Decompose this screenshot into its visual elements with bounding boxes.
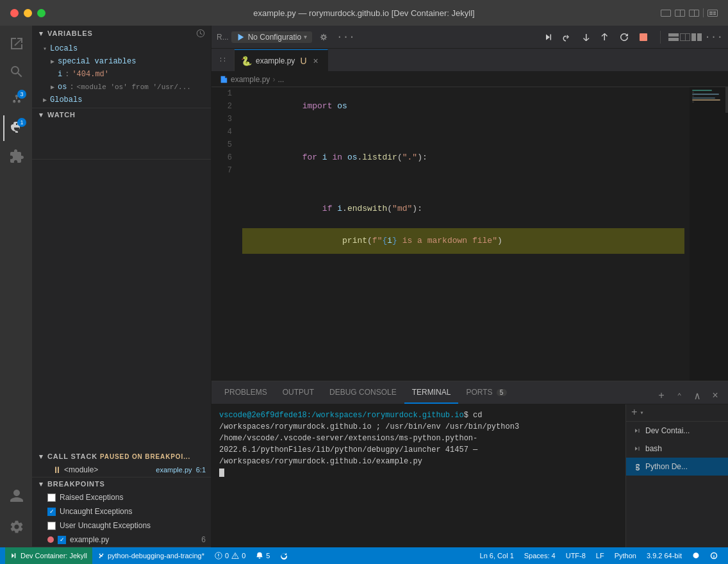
toolbar-more-button[interactable]: ··· bbox=[335, 31, 356, 43]
sidebar-item-git[interactable]: 3 bbox=[3, 87, 29, 113]
status-warnings-label: 0 bbox=[242, 552, 245, 560]
status-dev-container[interactable]: Dev Container: Jekyll bbox=[5, 547, 92, 564]
code-content[interactable]: import os for i in os.listdir("."): if i… bbox=[237, 87, 690, 381]
watch-header[interactable]: ▾ WATCH bbox=[32, 108, 211, 121]
add-terminal-btn[interactable]: + bbox=[631, 407, 638, 419]
file-breakpoint-row[interactable]: example.py 6 bbox=[32, 533, 211, 547]
close-panel-button[interactable]: × bbox=[707, 388, 723, 404]
os-variable-item[interactable]: ▶ os : <module 'os' from '/usr/... bbox=[32, 81, 211, 94]
new-terminal-button[interactable]: + bbox=[654, 388, 669, 404]
tab-output[interactable]: OUTPUT bbox=[275, 382, 322, 404]
sidebar-item-settings[interactable] bbox=[3, 514, 29, 540]
step-over-button[interactable] bbox=[558, 28, 575, 46]
run-label[interactable]: R... bbox=[217, 33, 229, 42]
tab-ports[interactable]: PORTS 5 bbox=[458, 382, 514, 404]
raised-exceptions-checkbox[interactable] bbox=[47, 494, 56, 502]
svg-rect-0 bbox=[640, 33, 647, 41]
stop-button[interactable] bbox=[634, 28, 652, 46]
code-line-3: for i in os.listdir("."): bbox=[242, 138, 684, 177]
file-breakpoint-checkbox[interactable] bbox=[58, 536, 66, 544]
breakpoint-uncaught-exceptions[interactable]: Uncaught Exceptions bbox=[32, 504, 211, 518]
code-editor[interactable]: 1 2 3 4 5 6 7 import os bbox=[211, 87, 728, 381]
svg-rect-2 bbox=[668, 38, 679, 41]
terminal-item-bash[interactable]: bash bbox=[626, 440, 728, 458]
cs-module: <module> bbox=[64, 465, 115, 474]
minimize-button[interactable] bbox=[24, 9, 32, 17]
continue-button[interactable] bbox=[538, 28, 556, 46]
breakpoint-user-uncaught-exceptions[interactable]: User Uncaught Exceptions bbox=[32, 518, 211, 533]
uncaught-exceptions-checkbox[interactable] bbox=[47, 508, 56, 516]
status-encoding[interactable]: UTF-8 bbox=[561, 547, 591, 564]
close-button[interactable] bbox=[10, 9, 19, 17]
status-ln-col[interactable]: Ln 6, Col 1 bbox=[475, 547, 519, 564]
view-toggle-1[interactable] bbox=[668, 33, 679, 41]
tab-terminal[interactable]: TERMINAL bbox=[404, 382, 459, 404]
tab-debug-console[interactable]: DEBUG CONSOLE bbox=[322, 382, 404, 404]
sidebar-item-debug[interactable]: 1 bbox=[3, 115, 29, 141]
sidebar-item-extensions[interactable] bbox=[3, 144, 29, 169]
layout-toggle-3[interactable] bbox=[689, 10, 699, 17]
status-language-label: Python bbox=[615, 552, 636, 560]
tab-problems[interactable]: PROBLEMS bbox=[217, 382, 275, 404]
status-bells[interactable]: 5 bbox=[251, 547, 275, 564]
special-variables-item[interactable]: ▶ special variables bbox=[32, 55, 211, 68]
locals-group[interactable]: ▾ Locals bbox=[32, 42, 211, 55]
maximize-button[interactable] bbox=[37, 9, 46, 17]
status-spaces[interactable]: Spaces: 4 bbox=[519, 547, 561, 564]
status-errors[interactable]: 0 0 bbox=[210, 547, 251, 564]
maximize-panel-button[interactable]: ∧ bbox=[690, 388, 705, 404]
tab-example-py[interactable]: 🐍 example.py U × bbox=[235, 49, 328, 71]
terminal-item-devcontainer[interactable]: Dev Contai... bbox=[626, 422, 728, 440]
step-into-button[interactable] bbox=[577, 28, 595, 46]
terminal-item-python-debug[interactable]: Python De... bbox=[626, 458, 728, 476]
status-notifications[interactable] bbox=[687, 547, 705, 564]
python-file-icon: 🐍 bbox=[241, 56, 252, 66]
view-toggle-2[interactable] bbox=[680, 33, 690, 41]
status-branch[interactable]: python-debugging-and-tracing* bbox=[92, 547, 210, 564]
tab-close-button[interactable]: × bbox=[311, 56, 321, 66]
run-config-arrow: ▾ bbox=[304, 33, 307, 40]
globals-group[interactable]: ▶ Globals bbox=[32, 94, 211, 106]
status-sync[interactable] bbox=[275, 547, 293, 564]
toolbar-ellipsis[interactable]: ··· bbox=[704, 31, 723, 43]
os-chevron: ▶ bbox=[47, 82, 58, 92]
activity-bar: 3 1 bbox=[0, 26, 32, 547]
layout-grid-toggle[interactable] bbox=[707, 10, 718, 17]
debug-badge: 1 bbox=[17, 118, 26, 127]
add-terminal-dropdown[interactable]: ▾ bbox=[640, 409, 644, 417]
sidebar-item-search[interactable] bbox=[3, 59, 29, 85]
debug-toolbar: R... No Configuratio ▾ ··· bbox=[211, 26, 728, 49]
breakpoints-header[interactable]: ▾ BREAKPOINTS bbox=[32, 477, 211, 490]
view-toggle-3[interactable] bbox=[691, 33, 702, 41]
special-variables-label: special variables bbox=[58, 57, 136, 66]
titlebar-controls bbox=[661, 8, 718, 17]
i-variable-item[interactable]: i : '404.md' bbox=[32, 68, 211, 81]
layout-toggle-2[interactable] bbox=[675, 10, 685, 17]
status-eol[interactable]: LF bbox=[591, 547, 609, 564]
status-feedback[interactable] bbox=[705, 547, 723, 564]
restart-button[interactable] bbox=[615, 28, 633, 46]
sidebar-item-explorer[interactable] bbox=[3, 31, 29, 56]
breakpoint-raised-exceptions[interactable]: Raised Exceptions bbox=[32, 490, 211, 504]
layout-toggle-1[interactable] bbox=[661, 10, 671, 17]
terminal-content[interactable]: vscode@2e6f9dfede18:/workspaces/rorymurd… bbox=[211, 404, 625, 547]
variables-action-restore[interactable] bbox=[195, 28, 206, 38]
bp-line: 6 bbox=[201, 535, 206, 544]
run-config-selector[interactable]: No Configuratio ▾ bbox=[231, 31, 312, 43]
debug-settings-button[interactable] bbox=[315, 28, 333, 46]
pause-icon: ⏸ bbox=[53, 465, 62, 475]
status-bells-label: 5 bbox=[266, 552, 270, 560]
user-uncaught-exceptions-checkbox[interactable] bbox=[47, 522, 56, 530]
status-version[interactable]: 3.9.2 64-bit bbox=[641, 547, 687, 564]
step-out-button[interactable] bbox=[596, 28, 614, 46]
sidebar-item-account[interactable] bbox=[3, 483, 29, 509]
split-terminal-button[interactable]: ⌃ bbox=[672, 388, 687, 404]
callstack-header[interactable]: ▾ CALL STACK PAUSED ON BREAKPOI... bbox=[32, 450, 211, 463]
output-label: OUTPUT bbox=[283, 388, 314, 397]
globals-label: Globals bbox=[50, 95, 82, 104]
status-language[interactable]: Python bbox=[609, 547, 641, 564]
callstack-item-0[interactable]: ⏸ <module> example.py 6:1 bbox=[32, 463, 211, 477]
callstack-status: PAUSED ON BREAKPOI... bbox=[100, 453, 190, 460]
variables-header[interactable]: ▾ VARIABLES bbox=[32, 26, 211, 41]
sidebar-spacer bbox=[32, 160, 211, 450]
